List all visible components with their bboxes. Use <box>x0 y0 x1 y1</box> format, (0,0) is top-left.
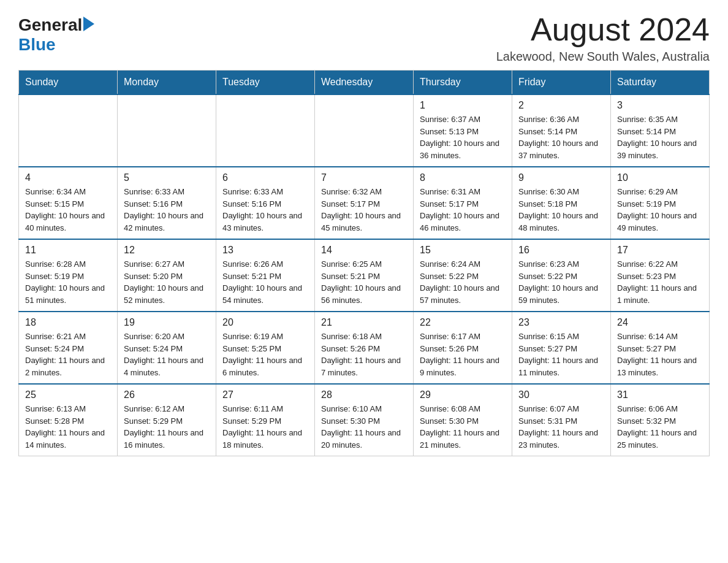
day-number: 29 <box>420 389 506 400</box>
day-number: 6 <box>222 172 308 183</box>
day-number: 20 <box>222 317 308 328</box>
day-number: 26 <box>124 389 210 400</box>
table-row: 7Sunrise: 6:32 AMSunset: 5:17 PMDaylight… <box>315 167 414 239</box>
table-row <box>19 94 118 167</box>
table-row: 26Sunrise: 6:12 AMSunset: 5:29 PMDayligh… <box>118 384 216 456</box>
day-info: Sunrise: 6:10 AMSunset: 5:30 PMDaylight:… <box>321 403 407 451</box>
logo: General Blue <box>18 12 94 55</box>
day-info: Sunrise: 6:22 AMSunset: 5:23 PMDaylight:… <box>617 258 703 306</box>
day-info: Sunrise: 6:28 AMSunset: 5:19 PMDaylight:… <box>25 258 111 306</box>
table-row: 21Sunrise: 6:18 AMSunset: 5:26 PMDayligh… <box>315 312 414 384</box>
logo-blue-text: Blue <box>18 35 94 55</box>
logo-general-text: General <box>18 15 82 35</box>
table-row: 20Sunrise: 6:19 AMSunset: 5:25 PMDayligh… <box>216 312 315 384</box>
day-info: Sunrise: 6:13 AMSunset: 5:28 PMDaylight:… <box>25 403 111 451</box>
table-row: 8Sunrise: 6:31 AMSunset: 5:17 PMDaylight… <box>414 167 512 239</box>
table-row: 4Sunrise: 6:34 AMSunset: 5:15 PMDaylight… <box>19 167 118 239</box>
table-row: 6Sunrise: 6:33 AMSunset: 5:16 PMDaylight… <box>216 167 315 239</box>
day-info: Sunrise: 6:33 AMSunset: 5:16 PMDaylight:… <box>124 186 210 234</box>
table-row: 14Sunrise: 6:25 AMSunset: 5:21 PMDayligh… <box>315 239 414 312</box>
table-row: 15Sunrise: 6:24 AMSunset: 5:22 PMDayligh… <box>414 239 512 312</box>
day-info: Sunrise: 6:06 AMSunset: 5:32 PMDaylight:… <box>617 403 703 451</box>
table-row: 24Sunrise: 6:14 AMSunset: 5:27 PMDayligh… <box>611 312 710 384</box>
day-info: Sunrise: 6:18 AMSunset: 5:26 PMDaylight:… <box>321 331 407 378</box>
day-number: 18 <box>25 317 111 328</box>
table-row: 17Sunrise: 6:22 AMSunset: 5:23 PMDayligh… <box>611 239 710 312</box>
day-number: 5 <box>124 172 210 183</box>
day-number: 22 <box>420 317 506 328</box>
day-number: 4 <box>25 172 111 183</box>
day-number: 13 <box>222 245 308 256</box>
table-row: 28Sunrise: 6:10 AMSunset: 5:30 PMDayligh… <box>315 384 414 456</box>
day-number: 12 <box>124 245 210 256</box>
logo-arrow-icon <box>83 17 94 31</box>
table-row: 27Sunrise: 6:11 AMSunset: 5:29 PMDayligh… <box>216 384 315 456</box>
location-subtitle: Lakewood, New South Wales, Australia <box>496 50 710 64</box>
table-row: 2Sunrise: 6:36 AMSunset: 5:14 PMDaylight… <box>512 94 611 167</box>
table-row: 31Sunrise: 6:06 AMSunset: 5:32 PMDayligh… <box>611 384 710 456</box>
day-info: Sunrise: 6:14 AMSunset: 5:27 PMDaylight:… <box>617 331 703 378</box>
col-thursday: Thursday <box>414 71 512 95</box>
page-header: General Blue August 2024 Lakewood, New S… <box>18 12 710 64</box>
table-row: 12Sunrise: 6:27 AMSunset: 5:20 PMDayligh… <box>118 239 216 312</box>
day-info: Sunrise: 6:15 AMSunset: 5:27 PMDaylight:… <box>518 331 604 378</box>
table-row: 1Sunrise: 6:37 AMSunset: 5:13 PMDaylight… <box>414 94 512 167</box>
day-info: Sunrise: 6:11 AMSunset: 5:29 PMDaylight:… <box>222 403 308 451</box>
col-tuesday: Tuesday <box>216 71 315 95</box>
table-row: 29Sunrise: 6:08 AMSunset: 5:30 PMDayligh… <box>414 384 512 456</box>
table-row: 3Sunrise: 6:35 AMSunset: 5:14 PMDaylight… <box>611 94 710 167</box>
table-row: 18Sunrise: 6:21 AMSunset: 5:24 PMDayligh… <box>19 312 118 384</box>
day-info: Sunrise: 6:17 AMSunset: 5:26 PMDaylight:… <box>420 331 506 378</box>
table-row: 25Sunrise: 6:13 AMSunset: 5:28 PMDayligh… <box>19 384 118 456</box>
day-number: 21 <box>321 317 407 328</box>
day-number: 2 <box>518 100 604 111</box>
col-saturday: Saturday <box>611 71 710 95</box>
calendar-week-row: 11Sunrise: 6:28 AMSunset: 5:19 PMDayligh… <box>19 239 710 312</box>
table-row <box>118 94 216 167</box>
day-number: 9 <box>518 172 604 183</box>
day-info: Sunrise: 6:32 AMSunset: 5:17 PMDaylight:… <box>321 186 407 234</box>
day-number: 11 <box>25 245 111 256</box>
day-info: Sunrise: 6:34 AMSunset: 5:15 PMDaylight:… <box>25 186 111 234</box>
day-number: 25 <box>25 389 111 400</box>
calendar-week-row: 4Sunrise: 6:34 AMSunset: 5:15 PMDaylight… <box>19 167 710 239</box>
day-number: 1 <box>420 100 506 111</box>
day-number: 31 <box>617 389 703 400</box>
day-number: 3 <box>617 100 703 111</box>
table-row: 16Sunrise: 6:23 AMSunset: 5:22 PMDayligh… <box>512 239 611 312</box>
day-number: 23 <box>518 317 604 328</box>
day-number: 19 <box>124 317 210 328</box>
col-monday: Monday <box>118 71 216 95</box>
calendar-title: August 2024 <box>496 12 710 47</box>
day-info: Sunrise: 6:20 AMSunset: 5:24 PMDaylight:… <box>124 331 210 378</box>
table-row: 22Sunrise: 6:17 AMSunset: 5:26 PMDayligh… <box>414 312 512 384</box>
table-row: 19Sunrise: 6:20 AMSunset: 5:24 PMDayligh… <box>118 312 216 384</box>
table-row: 11Sunrise: 6:28 AMSunset: 5:19 PMDayligh… <box>19 239 118 312</box>
col-sunday: Sunday <box>19 71 118 95</box>
day-info: Sunrise: 6:24 AMSunset: 5:22 PMDaylight:… <box>420 258 506 306</box>
calendar-header-row: Sunday Monday Tuesday Wednesday Thursday… <box>19 71 710 95</box>
table-row: 5Sunrise: 6:33 AMSunset: 5:16 PMDaylight… <box>118 167 216 239</box>
calendar-week-row: 1Sunrise: 6:37 AMSunset: 5:13 PMDaylight… <box>19 94 710 167</box>
table-row: 10Sunrise: 6:29 AMSunset: 5:19 PMDayligh… <box>611 167 710 239</box>
day-info: Sunrise: 6:33 AMSunset: 5:16 PMDaylight:… <box>222 186 308 234</box>
day-number: 8 <box>420 172 506 183</box>
day-number: 16 <box>518 245 604 256</box>
day-info: Sunrise: 6:27 AMSunset: 5:20 PMDaylight:… <box>124 258 210 306</box>
day-info: Sunrise: 6:07 AMSunset: 5:31 PMDaylight:… <box>518 403 604 451</box>
table-row: 9Sunrise: 6:30 AMSunset: 5:18 PMDaylight… <box>512 167 611 239</box>
col-friday: Friday <box>512 71 611 95</box>
day-info: Sunrise: 6:08 AMSunset: 5:30 PMDaylight:… <box>420 403 506 451</box>
calendar-week-row: 25Sunrise: 6:13 AMSunset: 5:28 PMDayligh… <box>19 384 710 456</box>
table-row <box>216 94 315 167</box>
day-info: Sunrise: 6:35 AMSunset: 5:14 PMDaylight:… <box>617 113 703 161</box>
day-number: 14 <box>321 245 407 256</box>
day-number: 7 <box>321 172 407 183</box>
day-number: 10 <box>617 172 703 183</box>
day-number: 15 <box>420 245 506 256</box>
day-info: Sunrise: 6:26 AMSunset: 5:21 PMDaylight:… <box>222 258 308 306</box>
day-info: Sunrise: 6:36 AMSunset: 5:14 PMDaylight:… <box>518 113 604 161</box>
calendar-week-row: 18Sunrise: 6:21 AMSunset: 5:24 PMDayligh… <box>19 312 710 384</box>
day-info: Sunrise: 6:37 AMSunset: 5:13 PMDaylight:… <box>420 113 506 161</box>
day-number: 30 <box>518 389 604 400</box>
